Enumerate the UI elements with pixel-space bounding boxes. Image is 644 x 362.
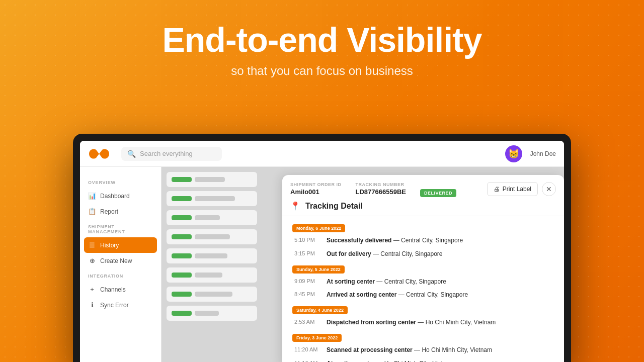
event-909pm: 9:09 PM At sorting center — Central City… bbox=[292, 278, 554, 286]
sidebar-section-shipment: SHIPMENT MANAGEMENT bbox=[80, 219, 161, 237]
event-time: 11:20 AM bbox=[294, 346, 320, 352]
sidebar-section-overview: OVERVIEW bbox=[80, 175, 161, 188]
date-badge-monday: Monday, 6 June 2022 bbox=[292, 224, 345, 232]
status-field: DELIVERED bbox=[420, 182, 456, 197]
panel-actions: 🖨 Print Label ✕ bbox=[487, 182, 556, 196]
sidebar-label-report: Report bbox=[100, 208, 118, 215]
sidebar-item-create-new[interactable]: ⊕ Create New bbox=[80, 253, 161, 268]
event-510pm: 5:10 PM Successfully delivered — Central… bbox=[292, 236, 554, 245]
search-bar[interactable]: 🔍 Search everything bbox=[121, 147, 222, 161]
list-item bbox=[167, 248, 257, 263]
close-button[interactable]: ✕ bbox=[542, 182, 556, 196]
event-253am: 2:53 AM Dispatched from sorting center —… bbox=[292, 318, 554, 327]
hero-section: End-to-end Visibility so that you can fo… bbox=[0, 0, 644, 78]
sidebar-item-report[interactable]: 📋 Report bbox=[80, 204, 161, 219]
tracking-detail-title: Tracking Detail bbox=[305, 202, 363, 211]
screen-bezel: 🔍 Search everything 😸 John Doe OVERVIEW … bbox=[73, 134, 571, 362]
event-time: 5:10 PM bbox=[294, 237, 320, 243]
tracking-number-value: LD877666559BE bbox=[356, 188, 406, 196]
event-845pm: 8:45 PM Arrived at sorting center — Cent… bbox=[292, 291, 554, 299]
sidebar-item-sync-error[interactable]: ℹ Sync Error bbox=[80, 297, 161, 313]
create-icon: ⊕ bbox=[88, 257, 96, 264]
map-list-overlay bbox=[167, 172, 257, 362]
shipment-order-label: SHIPMENT ORDER ID bbox=[290, 182, 342, 187]
event-desc: Dispatched from sorting center — Ho Chi … bbox=[327, 318, 496, 327]
event-desc: Successfully delivered — Central City, S… bbox=[327, 236, 463, 245]
sidebar-label-sync-error: Sync Error bbox=[100, 302, 129, 309]
list-item bbox=[167, 229, 257, 244]
avatar-icon: 😸 bbox=[508, 148, 519, 159]
event-315pm: 3:15 PM Out for delivery — Central City,… bbox=[292, 250, 554, 258]
avatar[interactable]: 😸 bbox=[505, 145, 522, 162]
tracking-number-label: TRACKING NUMBER bbox=[356, 182, 406, 187]
event-desc: At sorting center — Central City, Singap… bbox=[327, 278, 446, 286]
history-icon: ☰ bbox=[88, 241, 96, 249]
event-time: 8:45 PM bbox=[294, 291, 320, 297]
status-badge: DELIVERED bbox=[420, 189, 456, 197]
event-time: 9:09 PM bbox=[294, 278, 320, 284]
event-desc: Out for delivery — Central City, Singapo… bbox=[327, 250, 443, 258]
event-time: 3:15 PM bbox=[294, 250, 320, 256]
sidebar-label-channels: Channels bbox=[100, 286, 126, 293]
hero-subtitle: so that you can focus on business bbox=[0, 64, 644, 78]
channels-icon: + bbox=[88, 286, 96, 293]
sidebar-item-dashboard[interactable]: 📊 Dashboard bbox=[80, 188, 161, 204]
tracking-number-field: TRACKING NUMBER LD877666559BE bbox=[356, 182, 406, 197]
shipment-order-field: SHIPMENT ORDER ID Amilo001 bbox=[290, 182, 342, 197]
sidebar-label-dashboard: Dashboard bbox=[100, 193, 130, 200]
shipment-order-value: Amilo001 bbox=[290, 188, 342, 196]
print-icon: 🖨 bbox=[494, 186, 500, 193]
close-icon: ✕ bbox=[546, 185, 552, 193]
print-label-text: Print Label bbox=[503, 186, 531, 193]
dashboard-icon: 📊 bbox=[88, 192, 96, 200]
event-time: 2:53 AM bbox=[294, 319, 320, 325]
list-item bbox=[167, 267, 257, 283]
list-item bbox=[167, 191, 257, 206]
topbar: 🔍 Search everything 😸 John Doe bbox=[80, 141, 564, 167]
timeline: Monday, 6 June 2022 5:10 PM Successfully… bbox=[282, 216, 564, 362]
sidebar-section-integration: INTEGRATION bbox=[80, 268, 161, 282]
sidebar-label-history: History bbox=[100, 242, 119, 249]
search-icon: 🔍 bbox=[127, 150, 136, 158]
report-icon: 📋 bbox=[88, 208, 96, 215]
content-right: SHIPMENT ORDER ID Amilo001 TRACKING NUMB… bbox=[162, 167, 564, 362]
date-badge-friday: Friday, 3 June 2022 bbox=[292, 334, 342, 342]
search-placeholder: Search everything bbox=[140, 150, 193, 157]
sidebar-item-channels[interactable]: + Channels bbox=[80, 282, 161, 297]
sidebar-label-create-new: Create New bbox=[100, 257, 132, 264]
list-item bbox=[167, 210, 257, 225]
panel-meta: SHIPMENT ORDER ID Amilo001 TRACKING NUMB… bbox=[290, 182, 456, 197]
screen-inner: 🔍 Search everything 😸 John Doe OVERVIEW … bbox=[80, 141, 564, 362]
main-content: OVERVIEW 📊 Dashboard 📋 Report SHIPMENT M… bbox=[80, 167, 564, 362]
list-item bbox=[167, 287, 257, 302]
event-1120am: 11:20 AM Scanned at processing center — … bbox=[292, 346, 554, 354]
print-label-button[interactable]: 🖨 Print Label bbox=[487, 182, 538, 196]
panel-header: SHIPMENT ORDER ID Amilo001 TRACKING NUMB… bbox=[282, 175, 564, 216]
panel-header-top: SHIPMENT ORDER ID Amilo001 TRACKING NUMB… bbox=[290, 182, 556, 197]
sidebar: OVERVIEW 📊 Dashboard 📋 Report SHIPMENT M… bbox=[80, 167, 162, 362]
event-desc: At sorting center — Ho Chi Minh City, Vi… bbox=[327, 359, 454, 362]
list-item bbox=[167, 306, 257, 321]
event-desc: Scanned at processing center — Ho Chi Mi… bbox=[327, 346, 492, 354]
sidebar-item-history[interactable]: ☰ History bbox=[84, 237, 157, 253]
sync-error-icon: ℹ bbox=[88, 301, 96, 309]
date-badge-saturday: Saturday, 4 June 2022 bbox=[292, 306, 348, 314]
date-badge-sunday: Sunday, 5 June 2022 bbox=[292, 265, 345, 274]
pin-icon: 📍 bbox=[290, 201, 300, 211]
tracking-panel: SHIPMENT ORDER ID Amilo001 TRACKING NUMB… bbox=[282, 175, 564, 362]
user-name: John Doe bbox=[530, 150, 556, 157]
logo bbox=[88, 147, 113, 161]
event-1116am: 11:16 AM At sorting center — Ho Chi Minh… bbox=[292, 359, 554, 362]
tracking-title-row: 📍 Tracking Detail bbox=[290, 201, 556, 211]
event-desc: Arrived at sorting center — Central City… bbox=[327, 291, 468, 299]
laptop-mockup: 🔍 Search everything 😸 John Doe OVERVIEW … bbox=[73, 134, 571, 362]
event-time: 11:16 AM bbox=[294, 360, 320, 362]
list-item bbox=[167, 172, 257, 187]
hero-title: End-to-end Visibility bbox=[0, 21, 644, 59]
